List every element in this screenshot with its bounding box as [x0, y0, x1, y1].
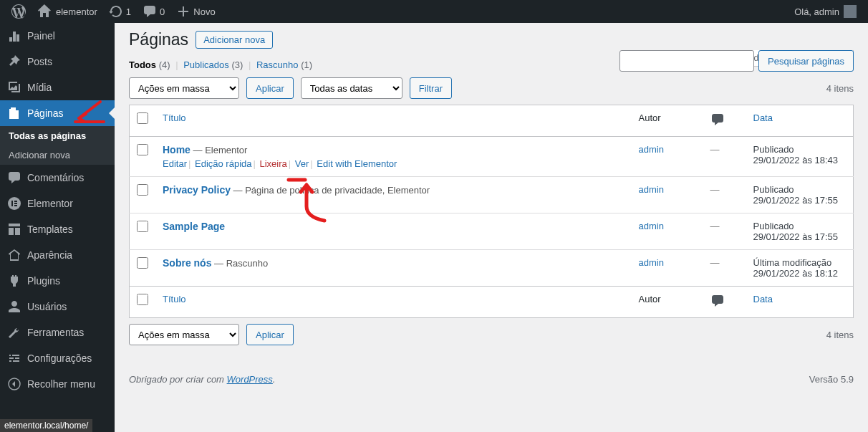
date-filter-select[interactable]: Todas as datas	[301, 77, 402, 99]
author-link[interactable]: admin	[639, 221, 664, 231]
action-edit-elementor[interactable]: Edit with Elementor	[317, 158, 397, 169]
row-title-link[interactable]: Privacy Policy	[163, 184, 231, 196]
apply-button-bottom[interactable]: Aplicar	[246, 324, 294, 345]
updates[interactable]: 1	[103, 0, 137, 23]
site-name-label: elementor	[56, 6, 97, 17]
col-date[interactable]: Data	[753, 112, 773, 123]
settings-icon	[7, 351, 21, 365]
action-edit[interactable]: Editar	[163, 158, 187, 169]
sidebar-item-users[interactable]: Usuários	[0, 294, 115, 320]
sidebar-item-label: Posts	[27, 56, 107, 67]
action-quick-edit[interactable]: Edição rápida	[195, 158, 252, 169]
sidebar-item-elementor[interactable]: Elementor	[0, 191, 115, 216]
wordpress-link[interactable]: WordPress	[227, 374, 273, 385]
my-account[interactable]: Olá, admin	[789, 0, 862, 23]
col-title[interactable]: Título	[163, 294, 186, 304]
comments[interactable]: 0	[137, 0, 170, 23]
plugins-icon	[7, 274, 21, 288]
row-status: Última modificação	[753, 257, 832, 268]
sidebar-item-label: Aparência	[27, 249, 107, 261]
row-actions: Editar| Edição rápida| Lixeira| Ver| Edi…	[163, 158, 625, 169]
sidebar-item-label: Mídia	[27, 82, 107, 93]
sidebar-item-label: Plugins	[27, 275, 107, 287]
bulk-action-select-bottom[interactable]: Ações em massa	[129, 324, 239, 345]
new-content[interactable]: Novo	[170, 0, 221, 23]
update-icon	[109, 4, 123, 19]
greeting-label: Olá, admin	[794, 6, 839, 17]
pages-icon	[7, 106, 21, 120]
comments-count: 0	[160, 6, 165, 17]
templates-icon	[7, 222, 21, 236]
comment-icon	[7, 171, 21, 185]
sidebar-item-dashboard[interactable]: Painel	[0, 23, 115, 49]
content-area: Opções de tela ▼ Ajuda ▼ Páginas Adicion…	[115, 23, 868, 432]
action-trash[interactable]: Lixeira	[260, 158, 287, 169]
sidebar-item-label: Painel	[27, 30, 107, 42]
row-checkbox[interactable]	[137, 257, 148, 269]
row-checkbox[interactable]	[137, 144, 148, 155]
comment-icon	[710, 112, 725, 127]
sidebar-sub-add-new[interactable]: Adicionar nova	[0, 145, 115, 165]
sidebar-item-label: Comentários	[27, 172, 107, 183]
sidebar-item-media[interactable]: Mídia	[0, 75, 115, 100]
comments-count: —	[710, 184, 720, 195]
row-checkbox[interactable]	[137, 221, 148, 232]
wp-logo[interactable]	[6, 0, 32, 23]
elementor-icon	[7, 196, 21, 211]
search-button[interactable]: Pesquisar páginas	[758, 50, 854, 72]
col-comments[interactable]	[703, 287, 746, 318]
row-status: Publicado	[753, 221, 794, 231]
sidebar-sub-all-pages[interactable]: Todas as páginas	[0, 126, 115, 145]
action-view[interactable]: Ver	[295, 158, 309, 169]
sidebar-item-settings[interactable]: Configurações	[0, 345, 115, 371]
sidebar-item-tools[interactable]: Ferramentas	[0, 320, 115, 345]
svg-rect-2	[14, 201, 17, 202]
row-date: 29/01/2022 às 17:55	[753, 231, 839, 242]
author-link[interactable]: admin	[639, 184, 664, 195]
pin-icon	[7, 54, 21, 69]
filter-button[interactable]: Filtrar	[410, 77, 452, 99]
comment-icon	[710, 294, 725, 308]
site-name[interactable]: elementor	[32, 0, 103, 23]
select-all-checkbox[interactable]	[137, 294, 148, 305]
author-link[interactable]: admin	[639, 144, 664, 155]
filter-all[interactable]: Todos (4)	[129, 59, 170, 70]
filter-draft[interactable]: Rascunho (1)	[256, 59, 312, 70]
tools-icon	[7, 325, 21, 340]
comment-icon	[143, 4, 157, 19]
items-count-bottom: 4 itens	[826, 330, 854, 340]
col-date[interactable]: Data	[753, 294, 773, 304]
svg-rect-1	[11, 201, 13, 206]
bulk-action-select[interactable]: Ações em massa	[129, 77, 239, 99]
select-all-checkbox[interactable]	[137, 112, 148, 124]
add-new-button[interactable]: Adicionar nova	[196, 31, 273, 49]
sidebar-item-templates[interactable]: Templates	[0, 216, 115, 242]
sidebar-item-appearance[interactable]: Aparência	[0, 242, 115, 268]
col-comments[interactable]	[703, 105, 746, 137]
row-status: Publicado	[753, 144, 794, 155]
avatar	[844, 5, 857, 18]
filter-published[interactable]: Publicados (3)	[183, 59, 243, 70]
new-content-label: Novo	[193, 6, 215, 17]
admin-sidebar: Painel Posts Mídia Páginas Todas as pági…	[0, 23, 115, 432]
col-title[interactable]: Título	[163, 112, 186, 123]
row-title-link[interactable]: Sample Page	[163, 221, 225, 232]
row-title-link[interactable]: Home	[163, 144, 191, 155]
sidebar-item-posts[interactable]: Posts	[0, 49, 115, 75]
sidebar-item-collapse[interactable]: Recolher menu	[0, 371, 115, 397]
search-input[interactable]	[619, 50, 754, 72]
page-title: Páginas	[129, 30, 188, 49]
apply-button[interactable]: Aplicar	[246, 77, 294, 99]
sidebar-item-comments[interactable]: Comentários	[0, 165, 115, 191]
comments-count: —	[710, 257, 720, 268]
pages-table: Título Autor Data Home — Elementor Edita…	[129, 105, 854, 318]
author-link[interactable]: admin	[639, 257, 664, 268]
sidebar-item-pages[interactable]: Páginas	[0, 100, 115, 126]
row-title-link[interactable]: Sobre nós	[163, 257, 211, 269]
comments-count: —	[710, 144, 720, 155]
row-checkbox[interactable]	[137, 184, 148, 196]
home-icon	[37, 4, 52, 19]
sidebar-item-label: Templates	[27, 224, 107, 235]
admin-footer: Obrigado por criar com WordPress. Versão…	[129, 374, 854, 399]
sidebar-item-plugins[interactable]: Plugins	[0, 268, 115, 294]
